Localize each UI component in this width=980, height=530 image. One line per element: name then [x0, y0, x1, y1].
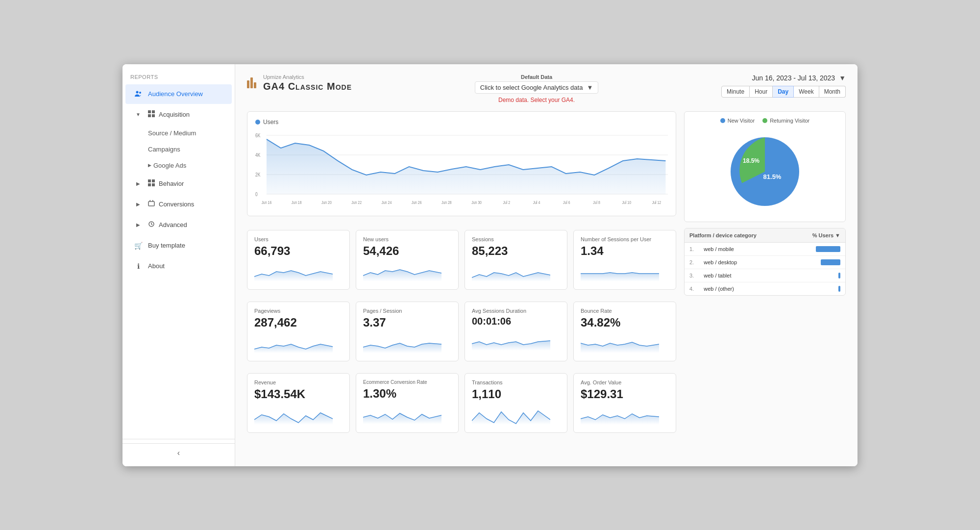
sidebar-item-label: Conversions: [159, 201, 194, 208]
time-btn-minute[interactable]: Minute: [721, 86, 750, 98]
header: Upmize Analytics GA4 Classic Mode Defaul…: [247, 74, 846, 103]
demo-text: Demo data. Select your GA4.: [475, 97, 598, 103]
campaigns-label: Campaigns: [148, 146, 180, 153]
advanced-chevron: ▶: [133, 220, 143, 230]
svg-rect-6: [148, 179, 151, 182]
svg-rect-9: [152, 183, 155, 186]
acquisition-grid-icon: [148, 110, 155, 119]
sidebar: Reports Audience Overview ▼ Acquisition …: [122, 64, 235, 466]
sparkline-transactions: [472, 405, 550, 425]
svg-marker-35: [254, 271, 333, 281]
metric-value: 34.82%: [581, 316, 669, 329]
sidebar-item-source-medium[interactable]: Source / Medium: [125, 126, 232, 141]
svg-marker-36: [363, 270, 441, 281]
info-icon: ℹ: [133, 261, 143, 271]
svg-text:Jun 30: Jun 30: [471, 200, 482, 205]
sparkline-revenue: [254, 405, 333, 425]
logo-title: GA4 Classic Mode: [263, 81, 352, 92]
returning-visitor-pct-label: 18.5%: [743, 157, 760, 164]
row-name: web / (other): [699, 282, 790, 295]
sidebar-item-google-ads[interactable]: ▶ Google Ads: [125, 158, 232, 173]
sparkline-pps: [363, 333, 441, 353]
metric-label: Users: [254, 236, 343, 242]
sidebar-item-campaigns[interactable]: Campaigns: [125, 142, 232, 157]
time-btn-hour[interactable]: Hour: [750, 86, 773, 98]
reports-label: Reports: [122, 74, 235, 84]
source-medium-label: Source / Medium: [148, 129, 196, 137]
app-container: Reports Audience Overview ▼ Acquisition …: [122, 64, 858, 466]
svg-text:Jun 24: Jun 24: [382, 200, 392, 205]
device-table: Platform / device category % Users ▼ 1. …: [684, 228, 846, 296]
sidebar-item-label: About: [148, 262, 165, 270]
row-num: 2.: [685, 255, 699, 269]
metric-value: 1.34: [581, 244, 669, 258]
svg-text:Jul 10: Jul 10: [622, 200, 632, 205]
sparkline-spu: [581, 262, 659, 281]
metric-card-bounce-rate: Bounce Rate 34.82%: [573, 302, 676, 361]
metric-card-transactions: Transactions 1,110: [465, 373, 567, 433]
sidebar-item-buy-template[interactable]: 🛒 Buy template: [125, 236, 232, 255]
time-btn-day[interactable]: Day: [773, 86, 794, 98]
cart-icon: 🛒: [133, 241, 143, 251]
svg-rect-7: [152, 179, 155, 182]
svg-text:2K: 2K: [255, 171, 261, 177]
metric-value: $143.54K: [254, 387, 343, 401]
data-source-label: Default Data: [475, 74, 598, 80]
metric-card-avg-session: Avg Sessions Duration 00:01:06: [465, 302, 567, 361]
right-panel: New Visitor Returning Visitor: [684, 111, 846, 439]
metric-label: Bounce Rate: [581, 308, 669, 314]
metric-label: Transactions: [472, 379, 560, 385]
line-chart-svg: 6K 4K 2K 0: [255, 130, 668, 209]
time-buttons-group: Minute Hour Day Week Month: [721, 86, 846, 98]
users-legend-dot: [255, 120, 260, 125]
metric-label: Avg. Order Value: [581, 379, 669, 385]
metric-card-sessions: Sessions 85,223: [465, 230, 567, 290]
header-right: Jun 16, 2023 - Jul 13, 2023 ▼ Minute Hou…: [721, 74, 846, 98]
svg-text:6K: 6K: [255, 132, 261, 138]
bar-fill: [838, 273, 841, 278]
new-visitor-label: New Visitor: [728, 118, 755, 124]
svg-rect-2: [148, 110, 151, 113]
sidebar-item-conversions[interactable]: ▶ Conversions: [125, 195, 232, 214]
metric-value: 287,462: [254, 316, 343, 329]
metric-card-pages-session: Pages / Session 3.37: [356, 302, 459, 361]
sparkline-new-users: [363, 262, 441, 281]
bar-fill: [816, 246, 840, 252]
sidebar-item-behavior[interactable]: ▶ Behavior: [125, 174, 232, 194]
chart-wrapper: 6K 4K 2K 0: [255, 130, 668, 209]
advanced-icon: [148, 221, 155, 229]
metric-value: 85,223: [472, 244, 560, 258]
svg-point-1: [139, 92, 141, 94]
metric-card-new-users: New users 54,426: [356, 230, 459, 290]
sidebar-item-acquisition[interactable]: ▼ Acquisition: [125, 105, 232, 125]
collapse-sidebar-button[interactable]: ‹: [122, 443, 235, 462]
metrics-row-1: Users 66,793 New users 54,426: [247, 230, 676, 290]
sidebar-item-advanced[interactable]: ▶ Advanced: [125, 215, 232, 235]
sidebar-item-label: Buy template: [148, 242, 185, 249]
time-btn-month[interactable]: Month: [819, 86, 846, 98]
metric-value: 54,426: [363, 244, 451, 258]
metric-value: 66,793: [254, 244, 343, 258]
data-source-selector[interactable]: Click to select Google Analytics data ▼: [475, 81, 598, 94]
conversions-icon: [148, 200, 155, 208]
sidebar-item-audience-overview[interactable]: Audience Overview: [125, 84, 232, 104]
device-col1-header: Platform / device category: [685, 228, 790, 243]
table-row: 4. web / (other): [685, 282, 845, 295]
new-visitor-dot: [720, 118, 725, 123]
collapse-icon: ‹: [177, 449, 180, 457]
returning-visitor-dot: [762, 118, 767, 123]
metric-card-avg-order: Avg. Order Value $129.31: [573, 373, 676, 433]
svg-rect-10: [148, 202, 154, 206]
returning-visitor-legend: Returning Visitor: [762, 118, 809, 124]
chart-legend-label: Users: [263, 119, 278, 126]
main-grid: Users 6K 4K 2K 0: [247, 111, 846, 439]
bar-fill: [838, 286, 840, 292]
time-btn-week[interactable]: Week: [794, 86, 819, 98]
svg-text:4K: 4K: [255, 151, 261, 157]
svg-rect-5: [152, 114, 155, 117]
svg-text:Jun 18: Jun 18: [292, 200, 302, 205]
date-range-selector[interactable]: Jun 16, 2023 - Jul 13, 2023 ▼: [721, 74, 846, 82]
main-content: Upmize Analytics GA4 Classic Mode Defaul…: [235, 64, 858, 466]
date-range-text: Jun 16, 2023 - Jul 13, 2023: [752, 74, 835, 82]
sidebar-item-about[interactable]: ℹ About: [125, 256, 232, 276]
